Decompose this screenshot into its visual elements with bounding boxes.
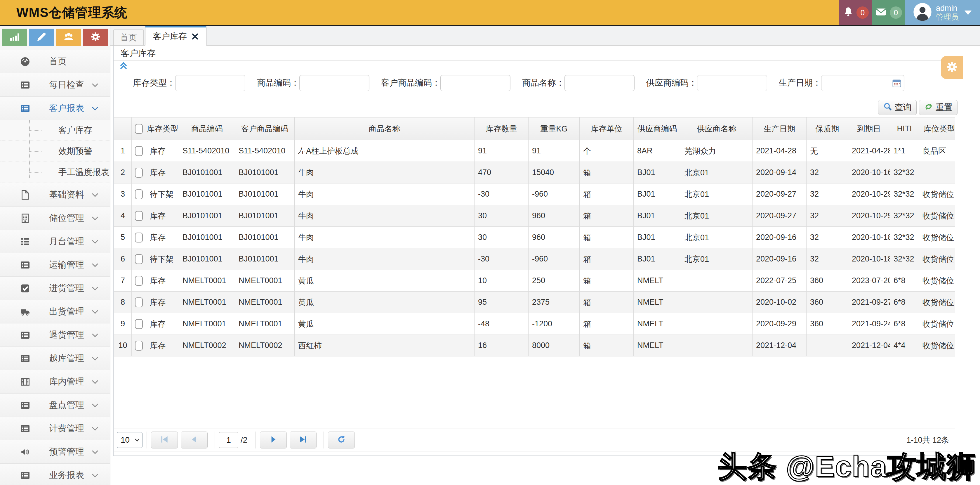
total-pages-label: /2 bbox=[240, 436, 247, 445]
sidebar-item-7[interactable]: 进货管理 bbox=[0, 277, 110, 300]
cell: 2021-09-24 bbox=[848, 313, 890, 335]
cell: 2021-04-28 bbox=[848, 140, 890, 162]
sidebar-item-8[interactable]: 出货管理 bbox=[0, 300, 110, 324]
row-checkbox[interactable] bbox=[135, 341, 143, 351]
cell: 32 bbox=[807, 248, 848, 270]
sidebar-item-6[interactable]: 运输管理 bbox=[0, 253, 110, 277]
prev-page-button[interactable] bbox=[181, 432, 208, 448]
row-checkbox[interactable] bbox=[135, 146, 143, 156]
col-header-8: 供应商名称 bbox=[681, 118, 752, 140]
item-name-input[interactable] bbox=[565, 75, 635, 91]
supplier-code-input[interactable] bbox=[697, 75, 767, 91]
sidebar-item-4[interactable]: 储位管理 bbox=[0, 207, 110, 230]
row-checkbox[interactable] bbox=[135, 254, 143, 264]
sidebar-subitem-2-0[interactable]: 客户库存 bbox=[0, 120, 110, 141]
row-checkbox[interactable] bbox=[135, 276, 143, 286]
sidebar-subitem-2-2[interactable]: 手工温度报表 bbox=[0, 162, 110, 183]
cell: 牛肉 bbox=[294, 227, 474, 248]
refresh-button[interactable] bbox=[328, 432, 355, 448]
sidebar-item-13[interactable]: 计费管理 bbox=[0, 417, 110, 440]
sidebar-item-2[interactable]: 客户报表 bbox=[0, 97, 110, 120]
notifications-button[interactable]: 0 bbox=[839, 0, 872, 25]
reset-button[interactable]: 重置 bbox=[919, 100, 958, 115]
cell: S11-5402010 bbox=[179, 140, 235, 162]
collapse-filters-button[interactable] bbox=[118, 63, 129, 76]
sidebar-item-1[interactable]: 每日检查 bbox=[0, 73, 110, 97]
sidebar-item-3[interactable]: 基础资料 bbox=[0, 183, 110, 207]
sidebar-item-12[interactable]: 盘点管理 bbox=[0, 394, 110, 417]
users-shortcut-button[interactable] bbox=[56, 29, 81, 46]
sidebar-item-15[interactable]: 业务报表 bbox=[0, 464, 110, 485]
sidebar-subitem-2-1[interactable]: 效期预警 bbox=[0, 141, 110, 162]
cell: 库存 bbox=[146, 227, 179, 248]
inventory-type-group: 库存类型： bbox=[133, 75, 245, 91]
messages-button[interactable]: 0 bbox=[872, 0, 905, 25]
cell: NMELT0001 bbox=[179, 270, 235, 292]
row-checkbox[interactable] bbox=[135, 211, 143, 221]
pencil-shortcut-button[interactable] bbox=[29, 29, 54, 46]
tab-0[interactable]: 首页 bbox=[113, 30, 144, 45]
sidebar-item-14[interactable]: 预警管理 bbox=[0, 440, 110, 464]
calendar-icon[interactable] bbox=[892, 78, 902, 89]
cell: 2023-07-20 bbox=[848, 270, 890, 292]
cell: 待下架 bbox=[146, 248, 179, 270]
production-date-input[interactable] bbox=[821, 75, 904, 91]
row-checkbox[interactable] bbox=[135, 168, 143, 178]
cell: -48 bbox=[474, 313, 528, 335]
cell: 360 bbox=[807, 313, 848, 335]
cell: 库存 bbox=[146, 270, 179, 292]
search-icon bbox=[883, 102, 892, 113]
search-button[interactable]: 查询 bbox=[878, 100, 916, 115]
select-all-checkbox[interactable] bbox=[135, 124, 143, 134]
settings-gear-button[interactable] bbox=[941, 56, 963, 79]
sidebar-shortcuts bbox=[0, 26, 110, 50]
cell: BJ01 bbox=[634, 205, 681, 227]
cell: 960 bbox=[528, 227, 580, 248]
sidebar-item-5[interactable]: 月台管理 bbox=[0, 230, 110, 253]
item-name-group: 商品名称： bbox=[522, 75, 635, 91]
first-page-button[interactable] bbox=[151, 432, 178, 448]
col-header-4: 库存数量 bbox=[474, 118, 528, 140]
cell: 箱 bbox=[580, 227, 634, 248]
cell: 32 bbox=[807, 183, 848, 205]
gears-shortcut-button[interactable] bbox=[83, 29, 108, 46]
row-number: 3 bbox=[114, 183, 132, 205]
customer-item-code-input[interactable] bbox=[441, 75, 511, 91]
sidebar-item-0[interactable]: 首页 bbox=[0, 50, 110, 73]
item-code-input[interactable] bbox=[299, 75, 369, 91]
cell: 箱 bbox=[580, 205, 634, 227]
close-icon[interactable] bbox=[192, 33, 199, 40]
sidebar-item-9[interactable]: 退货管理 bbox=[0, 324, 110, 347]
cell: 30 bbox=[474, 227, 528, 248]
row-checkbox[interactable] bbox=[135, 189, 143, 199]
page-size-select[interactable]: 10 bbox=[117, 432, 143, 448]
user-menu[interactable]: admin 管理员 bbox=[905, 0, 980, 25]
cell: -30 bbox=[474, 248, 528, 270]
cell: 箱 bbox=[580, 248, 634, 270]
sidebar-item-11[interactable]: 库内管理 bbox=[0, 370, 110, 394]
col-header-12: HITI bbox=[890, 118, 919, 140]
grid-icon bbox=[20, 236, 31, 247]
col-header-0: 库存类型 bbox=[146, 118, 179, 140]
row-checkbox[interactable] bbox=[135, 297, 143, 307]
table-header-row: 库存类型商品编码客户商品编码商品名称库存数量重量KG库存单位供应商编码供应商名称… bbox=[114, 118, 955, 140]
cell: 8000 bbox=[528, 335, 580, 356]
table-row: 4库存BJ0101001BJ0101001牛肉30960箱BJ01北京01202… bbox=[114, 205, 955, 227]
table-row: 6待下架BJ0101001BJ0101001牛肉-30-960箱BJ01北京01… bbox=[114, 248, 955, 270]
building-icon bbox=[20, 213, 31, 224]
inventory-type-input[interactable] bbox=[175, 75, 245, 91]
row-checkbox[interactable] bbox=[135, 233, 143, 242]
chevron-down-icon bbox=[92, 471, 98, 477]
last-page-button[interactable] bbox=[290, 432, 317, 448]
chart-shortcut-button[interactable] bbox=[2, 29, 27, 46]
cell: 北京01 bbox=[681, 248, 752, 270]
cell: BJ01 bbox=[634, 248, 681, 270]
sidebar-item-10[interactable]: 越库管理 bbox=[0, 347, 110, 370]
page-number-input[interactable] bbox=[219, 432, 238, 448]
row-checkbox[interactable] bbox=[135, 319, 143, 329]
chevron-down-icon bbox=[92, 448, 98, 454]
pagination-bar: 10 /2 1-10共 12条 bbox=[114, 429, 955, 451]
next-page-button[interactable] bbox=[260, 432, 287, 448]
tab-1[interactable]: 客户库存 bbox=[145, 26, 207, 46]
cell: BJ0101001 bbox=[179, 162, 235, 183]
